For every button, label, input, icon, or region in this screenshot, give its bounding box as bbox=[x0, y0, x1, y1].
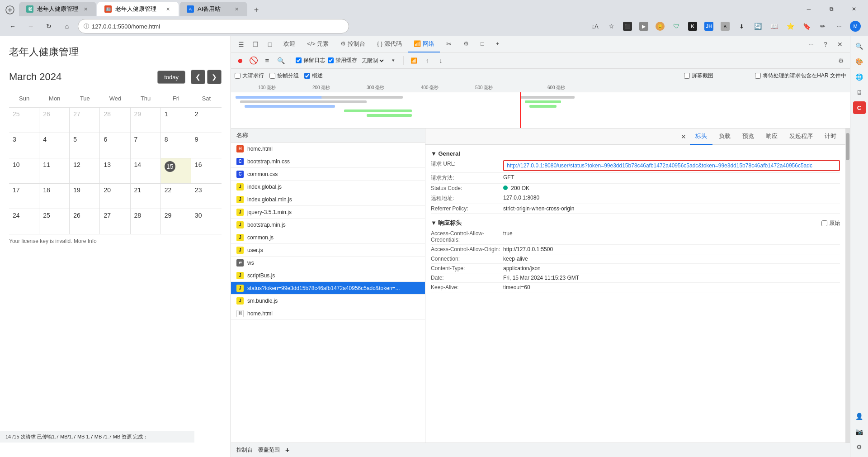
export-har-button[interactable]: ↓ bbox=[435, 55, 446, 66]
throttle-select[interactable]: 无限制 bbox=[360, 57, 385, 64]
home-button[interactable]: ⌂ bbox=[60, 19, 74, 33]
preserve-log-checkbox[interactable] bbox=[296, 57, 302, 63]
minimize-button[interactable]: ─ bbox=[798, 2, 819, 16]
cal-cell[interactable]: 11 bbox=[39, 158, 70, 183]
reload-button[interactable]: ↻ bbox=[42, 19, 56, 33]
cal-cell[interactable]: 3 bbox=[9, 133, 39, 158]
cal-cell[interactable]: 29 bbox=[131, 108, 161, 133]
disable-cache-checkbox[interactable] bbox=[328, 57, 334, 63]
ext-icon-2[interactable]: ▶ bbox=[637, 19, 651, 33]
cal-cell[interactable]: 27 bbox=[70, 108, 100, 133]
cal-cell[interactable]: 6 bbox=[100, 133, 130, 158]
detail-tab-response[interactable]: 响应 bbox=[760, 129, 783, 145]
new-tab-button[interactable]: + bbox=[250, 4, 263, 16]
cal-cell[interactable]: 26 bbox=[39, 108, 70, 133]
red-c-icon[interactable]: C bbox=[853, 101, 866, 114]
cal-cell[interactable]: 7 bbox=[131, 133, 161, 158]
devtools-tab-elements[interactable]: </> 元素 bbox=[302, 36, 334, 52]
devtools-tab-layers[interactable]: □ bbox=[475, 36, 490, 52]
original-checkbox[interactable] bbox=[821, 220, 827, 226]
ext-k-icon[interactable]: K bbox=[685, 19, 700, 33]
download-icon[interactable]: ⬇ bbox=[734, 19, 749, 33]
cal-cell[interactable]: 25 bbox=[39, 209, 70, 234]
stop-button[interactable]: 🚫 bbox=[248, 55, 259, 66]
shield-icon[interactable]: 🛡 bbox=[669, 19, 684, 33]
cal-cell[interactable]: 25 bbox=[9, 108, 39, 133]
clear-button[interactable]: ≡ bbox=[262, 55, 273, 66]
file-item-index-global-js[interactable]: J index.global.js bbox=[231, 181, 425, 193]
file-item-scriptbus-js[interactable]: J scriptBus.js bbox=[231, 269, 425, 282]
devtools-tab-welcome[interactable]: 欢迎 bbox=[278, 36, 301, 52]
devtools-dock-icon[interactable]: ☰ bbox=[235, 38, 247, 51]
file-item-status-token[interactable]: J status?token=99e3dd15b78c46afb1472a409… bbox=[231, 282, 425, 295]
overview-checkbox[interactable] bbox=[304, 73, 310, 79]
cal-cell[interactable]: 23 bbox=[191, 184, 222, 209]
restore-button[interactable]: ⧉ bbox=[821, 2, 842, 16]
cal-cell[interactable]: 18 bbox=[39, 184, 70, 209]
reader-icon[interactable]: 📖 bbox=[767, 19, 781, 33]
paint-icon[interactable]: 🎨 bbox=[853, 55, 866, 68]
more-tools-icon[interactable]: ··· bbox=[832, 19, 846, 33]
browser-menu-icon[interactable] bbox=[4, 4, 16, 16]
devtools-undock-icon[interactable]: ❐ bbox=[249, 38, 262, 51]
cal-cell[interactable]: 28 bbox=[100, 108, 130, 133]
cal-cell[interactable]: 29 bbox=[161, 209, 191, 234]
url-bar[interactable]: ⓘ 127.0.0.1:5500/home.html bbox=[78, 19, 349, 33]
file-item-user-js[interactable]: J user.js bbox=[231, 244, 425, 257]
search-button[interactable]: 🔍 bbox=[275, 55, 286, 66]
detail-tab-initiator[interactable]: 发起程序 bbox=[784, 129, 818, 145]
cal-cell[interactable]: 27 bbox=[100, 209, 130, 234]
cal-cell[interactable]: 9 bbox=[191, 133, 222, 158]
console-tab-bottom[interactable]: 控制台 bbox=[236, 446, 253, 454]
file-item-home-html-2[interactable]: H home.html bbox=[231, 307, 425, 320]
large-rows-checkbox[interactable] bbox=[235, 73, 241, 79]
devtools-close-icon[interactable]: ✕ bbox=[834, 38, 846, 51]
cal-cell[interactable]: 4 bbox=[39, 133, 70, 158]
pending-checkbox[interactable] bbox=[755, 73, 761, 79]
import-har-button[interactable]: ↑ bbox=[422, 55, 433, 66]
detail-tab-timing[interactable]: 计时 bbox=[819, 129, 842, 145]
group-by-frame-checkbox[interactable] bbox=[269, 73, 275, 79]
file-item-ws[interactable]: ⇄ ws bbox=[231, 257, 425, 269]
cal-cell[interactable]: 5 bbox=[70, 133, 100, 158]
scrollbar-thumb[interactable] bbox=[846, 133, 849, 160]
network-conditions-button[interactable]: 📶 bbox=[408, 55, 419, 66]
profile-icon[interactable]: M bbox=[848, 19, 863, 33]
ext-jh-icon[interactable]: JH bbox=[702, 19, 716, 33]
cal-cell[interactable]: 13 bbox=[100, 158, 130, 183]
tab-close-1[interactable]: ✕ bbox=[82, 5, 89, 13]
today-button[interactable]: today bbox=[157, 71, 185, 84]
record-button[interactable]: ⏺ bbox=[235, 55, 245, 66]
cal-cell[interactable]: 22 bbox=[161, 184, 191, 209]
response-headers-title[interactable]: ▼ 响应标头 原始 bbox=[431, 217, 840, 229]
cal-cell[interactable]: 21 bbox=[131, 184, 161, 209]
devtools-tab-sources[interactable]: { } 源代码 bbox=[372, 36, 407, 52]
globe-icon[interactable]: 🌐 bbox=[853, 71, 866, 83]
prev-month-button[interactable]: ❮ bbox=[191, 70, 205, 84]
cal-cell[interactable]: 17 bbox=[9, 184, 39, 209]
translate-icon[interactable]: ↕A bbox=[588, 19, 602, 33]
file-item-bootstrap-css[interactable]: C bootstrap.min.css bbox=[231, 155, 425, 168]
cal-cell[interactable]: 24 bbox=[9, 209, 39, 234]
settings-right-icon[interactable]: ⚙ bbox=[853, 441, 866, 453]
cal-cell[interactable]: 2 bbox=[191, 108, 222, 133]
devtools-tab-console[interactable]: ⚙ 控制台 bbox=[335, 36, 371, 52]
ext-icon-1[interactable]: ⬛ bbox=[620, 19, 635, 33]
file-item-jquery[interactable]: J jquery-3.5.1.min.js bbox=[231, 206, 425, 219]
collections-icon[interactable]: ⭐ bbox=[783, 19, 797, 33]
tab-close-2[interactable]: ✕ bbox=[164, 5, 171, 13]
general-section-title[interactable]: ▼ General bbox=[431, 148, 840, 159]
coverage-tab-bottom[interactable]: 覆盖范围 bbox=[258, 446, 280, 454]
cal-cell[interactable]: 30 bbox=[191, 209, 222, 234]
devtools-close-panel-icon[interactable]: □ bbox=[264, 38, 276, 51]
devtools-tab-more[interactable]: + bbox=[491, 36, 505, 52]
cal-cell[interactable]: 20 bbox=[100, 184, 130, 209]
share-icon[interactable]: 🔖 bbox=[799, 19, 814, 33]
cal-cell[interactable]: 26 bbox=[70, 209, 100, 234]
screenshot-checkbox[interactable] bbox=[684, 73, 690, 79]
cal-cell[interactable]: 16 bbox=[191, 158, 222, 183]
detail-tab-payload[interactable]: 负载 bbox=[713, 129, 736, 145]
feedback-icon[interactable]: ✏ bbox=[816, 19, 830, 33]
cal-cell[interactable]: 10 bbox=[9, 158, 39, 183]
file-item-sm-bundle[interactable]: J sm.bundle.js bbox=[231, 295, 425, 307]
